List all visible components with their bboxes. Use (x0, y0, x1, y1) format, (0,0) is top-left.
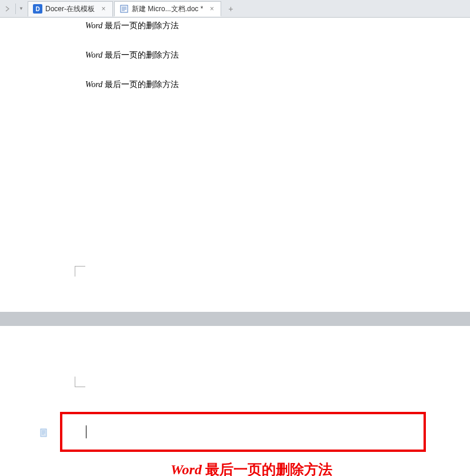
tab-label: Docer-在线模板 (45, 4, 95, 14)
add-tab-button[interactable]: + (225, 3, 236, 15)
docer-icon: D (33, 4, 42, 14)
annotation-highlight-box (60, 412, 426, 452)
close-icon[interactable]: × (208, 5, 216, 13)
svg-rect-0 (121, 5, 128, 12)
tab-document[interactable]: 新建 Micro...文档.doc * × (114, 1, 221, 16)
document-page-2[interactable] (0, 326, 470, 476)
tab-label: 新建 Micro...文档.doc * (132, 4, 203, 14)
tab-bar: ▼ D Docer-在线模板 × 新建 Micro...文档.doc * × + (0, 0, 470, 18)
nav-dropdown-icon[interactable]: ▼ (17, 4, 25, 14)
paragraph-icon[interactable] (40, 428, 48, 438)
close-icon[interactable]: × (99, 5, 108, 13)
document-line: Word 最后一页的删除方法 (0, 50, 470, 61)
document-area: Word 最后一页的删除方法 Word 最后一页的删除方法 Word 最后一页的… (0, 18, 470, 476)
nav-forward-icon[interactable] (2, 4, 13, 14)
annotation-text: Word 最后一页的删除方法 (171, 460, 332, 476)
word-doc-icon (119, 4, 129, 14)
document-line: Word 最后一页的删除方法 (0, 21, 470, 31)
divider (15, 4, 16, 14)
svg-rect-5 (41, 429, 46, 437)
tab-docer[interactable]: D Docer-在线模板 × (28, 1, 113, 16)
page-gap (0, 312, 470, 326)
document-page-1[interactable]: Word 最后一页的删除方法 Word 最后一页的删除方法 Word 最后一页的… (0, 18, 470, 312)
page-margin-marker (75, 377, 85, 387)
page-margin-marker (75, 266, 85, 277)
document-line: Word 最后一页的删除方法 (0, 79, 470, 90)
text-cursor (86, 425, 86, 438)
